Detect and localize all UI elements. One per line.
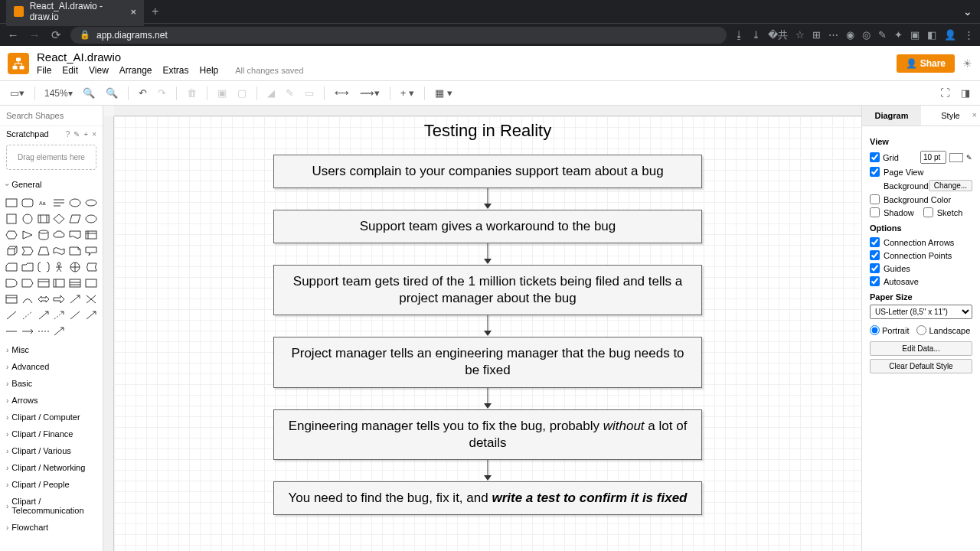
pageview-checkbox[interactable] [870, 167, 880, 177]
close-icon[interactable]: × [130, 6, 136, 18]
forward-button[interactable]: → [28, 28, 41, 41]
theme-toggle-icon[interactable]: ☀ [962, 57, 972, 70]
shape-card[interactable] [5, 260, 18, 274]
shape-bidir-arrow[interactable] [37, 292, 51, 306]
shape-triangle[interactable] [21, 228, 34, 242]
tab-diagram[interactable]: Diagram [862, 106, 921, 126]
shape-callout[interactable] [84, 244, 98, 258]
grid-color-edit-icon[interactable]: ✎ [966, 154, 972, 161]
section-misc[interactable]: Misc [0, 341, 103, 358]
diagram-arrow-0[interactable] [273, 188, 702, 210]
shape-hexagon[interactable] [5, 228, 18, 242]
shape-process[interactable] [37, 212, 51, 226]
zoom-dropdown[interactable]: 145% ▾ [41, 86, 76, 100]
shape-ellipse2[interactable] [84, 196, 98, 210]
menu-arrange[interactable]: Arrange [119, 65, 152, 76]
reload-button[interactable]: ⟳ [49, 28, 63, 42]
section-clipart-networking[interactable]: Clipart / Networking [0, 459, 103, 476]
diagram-box-0[interactable]: Users complain to your companies support… [273, 155, 702, 188]
shape-arrow-up[interactable] [68, 292, 82, 306]
section-general[interactable]: General [0, 176, 103, 193]
sketch-checkbox[interactable] [923, 207, 933, 217]
shape-folder[interactable] [21, 260, 34, 274]
conn-arrows-checkbox[interactable] [870, 237, 880, 247]
shape-dashed-line[interactable] [21, 308, 34, 322]
shape-edge3[interactable] [37, 324, 51, 338]
landscape-radio[interactable] [916, 325, 926, 335]
to-back-icon[interactable]: ▢ [234, 85, 250, 101]
share-icon[interactable]: �共 [768, 28, 788, 42]
shape-double-arrow[interactable] [84, 292, 98, 306]
menu-help[interactable]: Help [200, 65, 219, 76]
table-icon[interactable]: ▦ ▾ [431, 85, 456, 101]
shape-trapezoid[interactable] [37, 244, 51, 258]
shadow-icon[interactable]: ▭ [301, 85, 318, 101]
app-logo[interactable] [8, 53, 29, 74]
scratchpad-dropzone[interactable]: Drag elements here [6, 145, 96, 170]
shape-container[interactable] [37, 276, 51, 290]
clear-default-button[interactable]: Clear Default Style [870, 359, 972, 373]
chevron-down-icon[interactable]: ⌄ [963, 5, 972, 18]
to-front-icon[interactable]: ▣ [214, 85, 230, 101]
shape-internal-storage[interactable] [84, 228, 98, 242]
conn-points-checkbox[interactable] [870, 250, 880, 260]
grid-checkbox[interactable] [870, 152, 880, 162]
insert-icon[interactable]: + ▾ [397, 85, 418, 101]
tab-style[interactable]: Style [921, 106, 980, 126]
shape-connector[interactable] [68, 308, 82, 322]
portrait-radio[interactable] [870, 325, 880, 335]
shape-pentagon[interactable] [21, 276, 34, 290]
menu-icon[interactable]: ⋮ [964, 29, 974, 41]
shape-line[interactable] [5, 308, 18, 322]
edit-data-button[interactable]: Edit Data... [870, 341, 972, 356]
shape-bracket[interactable] [37, 260, 51, 274]
shape-rect[interactable] [5, 196, 18, 210]
shape-connector2[interactable] [84, 308, 98, 322]
line-color-icon[interactable]: ✎ [282, 85, 298, 101]
ext2-icon[interactable]: ⋯ [828, 29, 838, 41]
undo-icon[interactable]: ↶ [135, 85, 151, 101]
shape-line-arrow[interactable] [37, 308, 51, 322]
shape-or[interactable] [68, 260, 82, 274]
profile-icon[interactable]: 👤 [944, 29, 956, 41]
change-background-button[interactable]: Change... [929, 180, 972, 191]
menu-file[interactable]: File [37, 65, 51, 76]
scratchpad-help-icon[interactable]: ? [66, 130, 70, 139]
shape-list2[interactable] [84, 276, 98, 290]
shape-circle[interactable] [21, 212, 34, 226]
shape-ellipse3[interactable] [84, 212, 98, 226]
waypoint-icon[interactable]: ⟿▾ [356, 85, 384, 101]
format-toggle-icon[interactable]: ◨ [957, 85, 974, 101]
shape-rounded-rect[interactable] [21, 196, 34, 210]
shape-edge6[interactable] [84, 324, 98, 338]
bgcolor-checkbox[interactable] [870, 194, 880, 204]
guides-checkbox[interactable] [870, 263, 880, 273]
shape-and[interactable] [5, 276, 18, 290]
ext4-icon[interactable]: ◎ [862, 29, 871, 41]
ext7-icon[interactable]: ◧ [927, 29, 936, 41]
sidebar-toggle-icon[interactable]: ▭▾ [6, 85, 28, 101]
download-icon[interactable]: ⭳ [734, 29, 744, 41]
diagram-arrow-1[interactable] [273, 243, 702, 265]
autosave-checkbox[interactable] [870, 276, 880, 286]
fill-color-icon[interactable]: ◢ [263, 85, 279, 101]
diagram-box-4[interactable]: Engineering manager tells you to fix the… [273, 409, 702, 460]
shape-document[interactable] [68, 228, 82, 242]
ext3-icon[interactable]: ◉ [846, 29, 854, 41]
shape-tape[interactable] [53, 244, 67, 258]
shape-step[interactable] [21, 244, 34, 258]
ext6-icon[interactable]: ▣ [910, 29, 920, 41]
diagram-box-2[interactable]: Support team gets tired of the 1 million… [273, 265, 702, 315]
search-input[interactable] [6, 111, 103, 120]
shape-ellipse[interactable] [68, 196, 82, 210]
shape-edge5[interactable] [68, 324, 82, 338]
diagram-arrow-4[interactable] [273, 460, 702, 481]
diagram-box-3[interactable]: Project manager tells an engineering man… [273, 337, 702, 387]
new-tab-button[interactable]: + [152, 5, 158, 18]
shape-text[interactable]: Aa [37, 196, 51, 210]
shape-arrow-right[interactable] [53, 292, 67, 306]
section-clipart-telecommunication[interactable]: Clipart / Telecommunication [0, 493, 103, 519]
diagram-arrow-3[interactable] [273, 388, 702, 409]
panel-close-icon[interactable]: × [972, 110, 977, 119]
shape-square[interactable] [5, 212, 18, 226]
